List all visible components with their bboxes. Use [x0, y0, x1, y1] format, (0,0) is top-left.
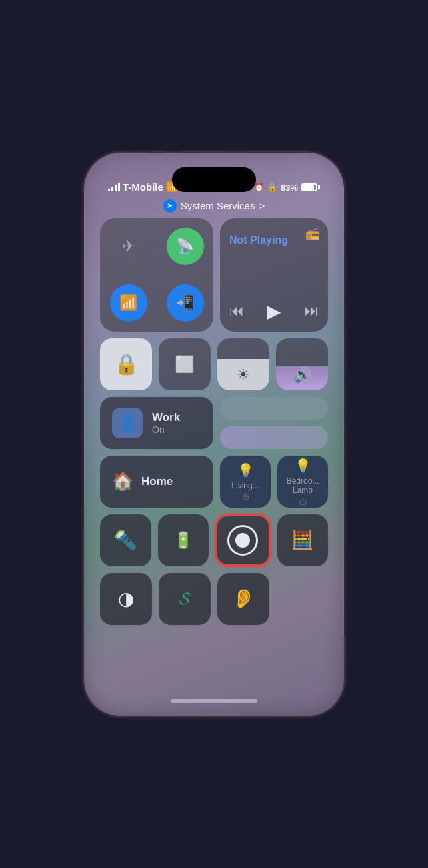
control-center: ✈ 📡 📶	[100, 218, 328, 625]
cc-row-4: 🏠 Home 💡 Living... ⏻ 💡 Bedroo...Lamp ⏻	[100, 456, 328, 508]
focus-person-icon: 👤	[119, 414, 137, 432]
focus-text: Work On	[152, 411, 180, 435]
brightness-slider[interactable]: ☀	[217, 338, 269, 390]
bedroom-light-tile[interactable]: 💡 Bedroo...Lamp ⏻	[277, 456, 328, 508]
location-chevron-icon: >	[259, 200, 265, 211]
cc-row-5: 🔦 🔋 🧮	[100, 514, 328, 566]
record-dot	[235, 533, 250, 548]
battery-icon	[301, 183, 320, 191]
bluetooth-icon: 📲	[176, 294, 194, 312]
battery-widget-icon: 🔋	[173, 531, 193, 550]
flashlight-icon: 🔦	[114, 529, 137, 551]
slider-area	[220, 397, 328, 449]
focus-label: Work	[152, 411, 180, 424]
carrier-label: T-Mobile	[123, 181, 163, 193]
living-room-light-tile[interactable]: 💡 Living... ⏻	[220, 456, 271, 508]
phone-frame: T-Mobile 📶 ➤ ⏰ 🔒 83% ➤ System Services	[84, 153, 344, 716]
empty-slot	[276, 573, 328, 625]
flashlight-button[interactable]: 🔦	[100, 514, 151, 566]
cc-row-1: ✈ 📡 📶	[100, 218, 328, 332]
focus-icon: 👤	[112, 408, 143, 438]
battery-button[interactable]: 🔋	[158, 514, 209, 566]
wifi-icon: 📶	[119, 294, 137, 312]
cc-row-6: ◑ 𝓢 👂	[100, 573, 328, 625]
shazam-icon: 𝓢	[179, 588, 190, 609]
wifi-button[interactable]: 📶	[100, 275, 157, 332]
cc-row-3: 👤 Work On	[100, 397, 328, 449]
dynamic-island	[172, 167, 256, 192]
calculator-button[interactable]: 🧮	[277, 514, 329, 566]
dark-mode-button[interactable]: ◑	[100, 573, 152, 625]
battery-percent-label: 83%	[281, 183, 298, 193]
media-player-tile[interactable]: 📻 Not Playing ⏮ ▶ ⏭	[220, 218, 328, 332]
home-icon: 🏠	[112, 471, 133, 492]
lock-icon: 🔒	[267, 183, 277, 192]
volume-slider[interactable]: 🔊	[276, 338, 328, 390]
cellular-button[interactable]: 📡	[157, 218, 213, 275]
screen-mirror-button[interactable]: ⬜ Screen Mirror	[159, 338, 211, 390]
dark-mode-icon: ◑	[118, 588, 134, 610]
shazam-button[interactable]: 𝓢	[159, 573, 211, 625]
airplay-icon[interactable]: 📻	[305, 226, 320, 241]
bedroom-light-icon: 💡	[295, 458, 311, 474]
cellular-icon: 📡	[176, 238, 194, 255]
focus-sublabel: On	[152, 424, 180, 435]
location-services-label: System Services	[181, 200, 255, 211]
background-sounds-button[interactable]: 👂	[217, 573, 269, 625]
home-tile[interactable]: 🏠 Home	[100, 456, 213, 508]
screen-mirror-icon: ⬜	[175, 355, 195, 374]
location-services-icon: ➤	[163, 199, 177, 213]
home-indicator[interactable]	[171, 699, 257, 703]
cc-row-2: 🔒 ⬜ Screen Mirror ☀ 🔊	[100, 338, 328, 390]
living-room-power-icon: ⏻	[242, 493, 249, 501]
connectivity-tile[interactable]: ✈ 📡 📶	[100, 218, 213, 332]
focus-tile[interactable]: 👤 Work On	[100, 397, 213, 449]
phone-screen: T-Mobile 📶 ➤ ⏰ 🔒 83% ➤ System Services	[89, 158, 339, 711]
volume-slider-2[interactable]	[220, 426, 328, 449]
screen-record-button[interactable]	[215, 514, 271, 566]
alarm-icon: ⏰	[254, 183, 264, 192]
bedroom-power-icon: ⏻	[299, 498, 307, 506]
location-bar[interactable]: ➤ System Services >	[89, 199, 339, 213]
signal-bars-icon	[108, 182, 120, 191]
bluetooth-button[interactable]: 📲	[157, 275, 213, 332]
hearing-icon: 👂	[232, 588, 255, 610]
living-room-light-label: Living...	[231, 481, 259, 490]
brightness-slider-2[interactable]	[220, 397, 328, 420]
play-button[interactable]: ▶	[267, 300, 281, 322]
fast-forward-button[interactable]: ⏭	[304, 302, 319, 320]
screen-record-icon	[227, 525, 258, 556]
calculator-icon: 🧮	[291, 529, 314, 551]
living-room-light-icon: 💡	[237, 462, 254, 478]
volume-icon: 🔊	[293, 366, 311, 384]
home-label: Home	[141, 475, 173, 488]
screen-lock-icon: 🔒	[114, 352, 139, 376]
bedroom-light-label: Bedroo...Lamp	[287, 476, 319, 495]
media-controls: ⏮ ▶ ⏭	[229, 300, 319, 322]
rewind-button[interactable]: ⏮	[229, 302, 244, 320]
status-left: T-Mobile 📶	[108, 181, 177, 193]
airplane-mode-button[interactable]: ✈	[100, 218, 157, 275]
brightness-icon: ☀	[237, 366, 250, 384]
screen-lock-button[interactable]: 🔒	[100, 338, 152, 390]
airplane-icon: ✈	[122, 237, 135, 256]
status-right: ➤ ⏰ 🔒 83%	[244, 183, 320, 193]
